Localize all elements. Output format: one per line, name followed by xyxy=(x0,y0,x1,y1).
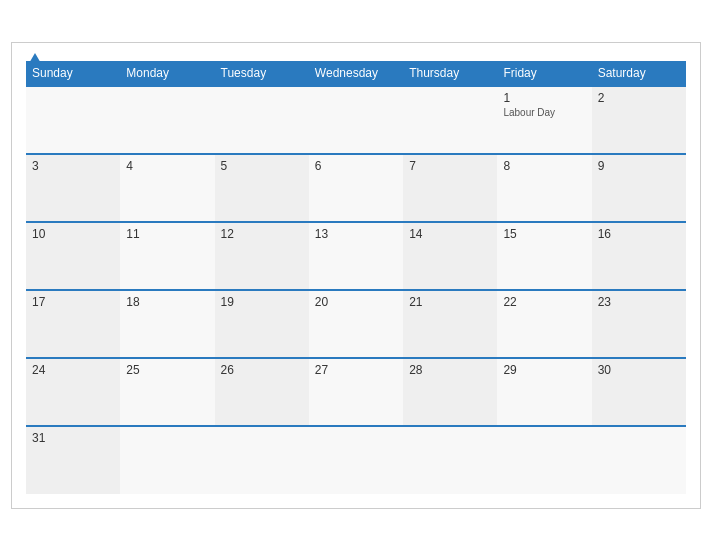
day-number: 18 xyxy=(126,295,208,309)
week-row-1: 1Labour Day2 xyxy=(26,86,686,154)
calendar-cell xyxy=(403,86,497,154)
day-number: 25 xyxy=(126,363,208,377)
calendar-cell xyxy=(215,426,309,494)
calendar-cell: 14 xyxy=(403,222,497,290)
weekday-header-monday: Monday xyxy=(120,61,214,86)
calendar-cell: 1Labour Day xyxy=(497,86,591,154)
calendar-weekdays: SundayMondayTuesdayWednesdayThursdayFrid… xyxy=(26,61,686,86)
weekday-header-tuesday: Tuesday xyxy=(215,61,309,86)
day-number: 4 xyxy=(126,159,208,173)
day-number: 28 xyxy=(409,363,491,377)
week-row-4: 17181920212223 xyxy=(26,290,686,358)
calendar-cell: 20 xyxy=(309,290,403,358)
calendar-cell xyxy=(309,426,403,494)
logo-blue-text xyxy=(26,53,42,66)
day-number: 7 xyxy=(409,159,491,173)
calendar-cell: 21 xyxy=(403,290,497,358)
calendar-cell: 5 xyxy=(215,154,309,222)
calendar-cell: 26 xyxy=(215,358,309,426)
day-number: 16 xyxy=(598,227,680,241)
week-row-2: 3456789 xyxy=(26,154,686,222)
day-number: 5 xyxy=(221,159,303,173)
calendar: SundayMondayTuesdayWednesdayThursdayFrid… xyxy=(11,42,701,509)
calendar-cell: 23 xyxy=(592,290,686,358)
calendar-cell: 27 xyxy=(309,358,403,426)
calendar-body: 1Labour Day23456789101112131415161718192… xyxy=(26,86,686,494)
calendar-cell: 25 xyxy=(120,358,214,426)
day-number: 30 xyxy=(598,363,680,377)
week-row-5: 24252627282930 xyxy=(26,358,686,426)
calendar-cell xyxy=(26,86,120,154)
calendar-cell: 15 xyxy=(497,222,591,290)
calendar-cell: 4 xyxy=(120,154,214,222)
day-number: 21 xyxy=(409,295,491,309)
day-number: 12 xyxy=(221,227,303,241)
calendar-cell: 3 xyxy=(26,154,120,222)
day-number: 9 xyxy=(598,159,680,173)
week-row-6: 31 xyxy=(26,426,686,494)
day-number: 19 xyxy=(221,295,303,309)
calendar-cell xyxy=(120,86,214,154)
day-number: 20 xyxy=(315,295,397,309)
calendar-cell xyxy=(497,426,591,494)
weekday-row: SundayMondayTuesdayWednesdayThursdayFrid… xyxy=(26,61,686,86)
calendar-cell: 10 xyxy=(26,222,120,290)
day-number: 23 xyxy=(598,295,680,309)
day-number: 1 xyxy=(503,91,585,105)
logo-triangle-icon xyxy=(28,53,42,65)
day-number: 17 xyxy=(32,295,114,309)
calendar-cell xyxy=(403,426,497,494)
calendar-cell xyxy=(592,426,686,494)
calendar-grid: SundayMondayTuesdayWednesdayThursdayFrid… xyxy=(26,61,686,494)
calendar-cell xyxy=(120,426,214,494)
day-number: 27 xyxy=(315,363,397,377)
day-number: 29 xyxy=(503,363,585,377)
calendar-cell: 13 xyxy=(309,222,403,290)
day-number: 11 xyxy=(126,227,208,241)
calendar-cell: 12 xyxy=(215,222,309,290)
week-row-3: 10111213141516 xyxy=(26,222,686,290)
calendar-cell: 18 xyxy=(120,290,214,358)
day-number: 26 xyxy=(221,363,303,377)
calendar-cell: 22 xyxy=(497,290,591,358)
calendar-cell xyxy=(309,86,403,154)
calendar-cell: 16 xyxy=(592,222,686,290)
day-number: 14 xyxy=(409,227,491,241)
calendar-cell: 30 xyxy=(592,358,686,426)
weekday-header-friday: Friday xyxy=(497,61,591,86)
weekday-header-wednesday: Wednesday xyxy=(309,61,403,86)
day-number: 24 xyxy=(32,363,114,377)
calendar-cell: 28 xyxy=(403,358,497,426)
day-number: 22 xyxy=(503,295,585,309)
day-number: 10 xyxy=(32,227,114,241)
calendar-cell: 17 xyxy=(26,290,120,358)
calendar-cell: 19 xyxy=(215,290,309,358)
holiday-label: Labour Day xyxy=(503,107,585,118)
day-number: 6 xyxy=(315,159,397,173)
day-number: 31 xyxy=(32,431,114,445)
calendar-cell: 31 xyxy=(26,426,120,494)
calendar-cell: 6 xyxy=(309,154,403,222)
day-number: 13 xyxy=(315,227,397,241)
calendar-cell: 9 xyxy=(592,154,686,222)
calendar-cell: 29 xyxy=(497,358,591,426)
day-number: 8 xyxy=(503,159,585,173)
day-number: 3 xyxy=(32,159,114,173)
calendar-cell: 2 xyxy=(592,86,686,154)
day-number: 2 xyxy=(598,91,680,105)
calendar-cell: 8 xyxy=(497,154,591,222)
day-number: 15 xyxy=(503,227,585,241)
weekday-header-thursday: Thursday xyxy=(403,61,497,86)
calendar-cell: 11 xyxy=(120,222,214,290)
logo xyxy=(26,53,42,66)
weekday-header-saturday: Saturday xyxy=(592,61,686,86)
calendar-cell: 24 xyxy=(26,358,120,426)
calendar-cell: 7 xyxy=(403,154,497,222)
calendar-cell xyxy=(215,86,309,154)
